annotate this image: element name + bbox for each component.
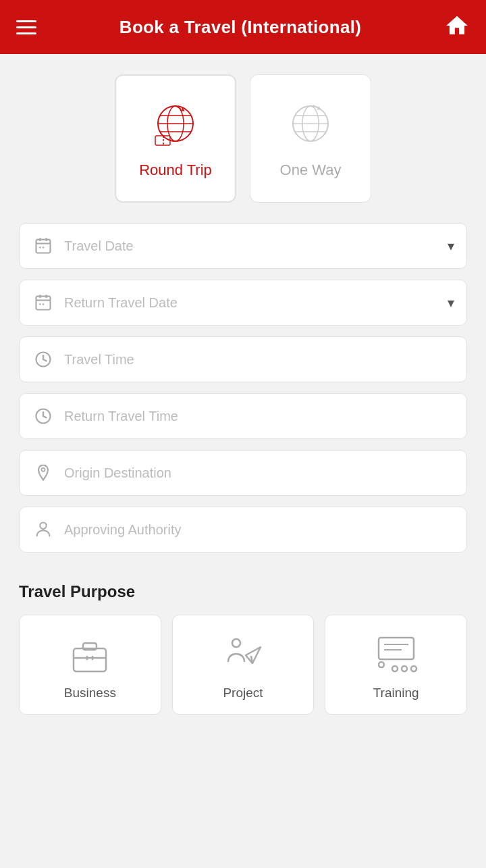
svg-rect-34	[74, 648, 106, 671]
return-travel-date-placeholder: Return Travel Date	[64, 295, 448, 311]
svg-point-47	[402, 666, 407, 671]
svg-point-45	[379, 662, 384, 667]
one-way-card[interactable]: One Way	[250, 74, 371, 203]
svg-rect-20	[36, 297, 51, 310]
training-label: Training	[373, 686, 419, 700]
round-trip-icon	[148, 98, 202, 152]
training-card[interactable]: Training	[325, 615, 467, 715]
round-trip-card[interactable]: Round Trip	[115, 74, 236, 203]
business-icon	[66, 632, 113, 679]
approving-authority-placeholder: Approving Authority	[64, 522, 454, 538]
menu-button[interactable]	[16, 20, 36, 34]
header: Book a Travel (International)	[0, 0, 486, 54]
svg-rect-24	[39, 303, 40, 305]
svg-rect-6	[155, 136, 170, 145]
project-icon	[219, 632, 267, 679]
person-icon	[32, 518, 55, 541]
return-travel-time-placeholder: Return Travel Time	[64, 409, 454, 424]
travel-time-placeholder: Travel Time	[64, 352, 454, 367]
one-way-label: One Way	[280, 161, 342, 179]
travel-time-field[interactable]: Travel Time	[19, 336, 467, 382]
svg-point-46	[392, 666, 398, 671]
trip-type-selector: Round Trip One Way	[0, 54, 486, 216]
svg-point-32	[41, 468, 45, 471]
training-icon	[373, 632, 420, 679]
home-button[interactable]	[444, 13, 470, 41]
return-travel-date-arrow: ▾	[448, 295, 454, 311]
svg-rect-14	[36, 240, 51, 253]
project-label: Project	[223, 686, 263, 700]
calendar-icon-1	[32, 234, 55, 257]
form-area: Travel Date ▾ Return Travel Date ▾	[0, 216, 486, 553]
travel-purpose-section: Travel Purpose Business	[0, 563, 486, 715]
return-travel-date-field[interactable]: Return Travel Date ▾	[19, 280, 467, 326]
svg-line-28	[43, 359, 47, 361]
svg-rect-19	[43, 247, 44, 248]
business-label: Business	[64, 686, 116, 700]
travel-date-field[interactable]: Travel Date ▾	[19, 223, 467, 269]
svg-point-39	[232, 639, 240, 647]
travel-purpose-title: Travel Purpose	[19, 582, 467, 601]
travel-date-placeholder: Travel Date	[64, 238, 448, 254]
svg-rect-18	[39, 247, 40, 248]
project-card[interactable]: Project	[172, 615, 315, 715]
purpose-cards-container: Business Project	[19, 615, 467, 715]
page-title: Book a Travel (International)	[119, 17, 361, 38]
clock-icon-2	[32, 405, 55, 428]
origin-destination-placeholder: Origin Destination	[64, 465, 454, 481]
svg-marker-40	[246, 647, 261, 663]
svg-rect-42	[379, 638, 414, 659]
location-icon	[32, 461, 55, 484]
one-way-icon	[284, 98, 338, 152]
approving-authority-field[interactable]: Approving Authority	[19, 507, 467, 553]
svg-rect-25	[43, 303, 44, 305]
business-card[interactable]: Business	[19, 615, 161, 715]
svg-line-31	[43, 416, 47, 417]
svg-point-48	[411, 666, 416, 671]
origin-destination-field[interactable]: Origin Destination	[19, 450, 467, 496]
calendar-icon-2	[32, 291, 55, 314]
svg-point-33	[40, 523, 46, 529]
travel-date-arrow: ▾	[448, 238, 454, 254]
clock-icon-1	[32, 348, 55, 371]
return-travel-time-field[interactable]: Return Travel Time	[19, 393, 467, 439]
round-trip-label: Round Trip	[139, 161, 212, 179]
